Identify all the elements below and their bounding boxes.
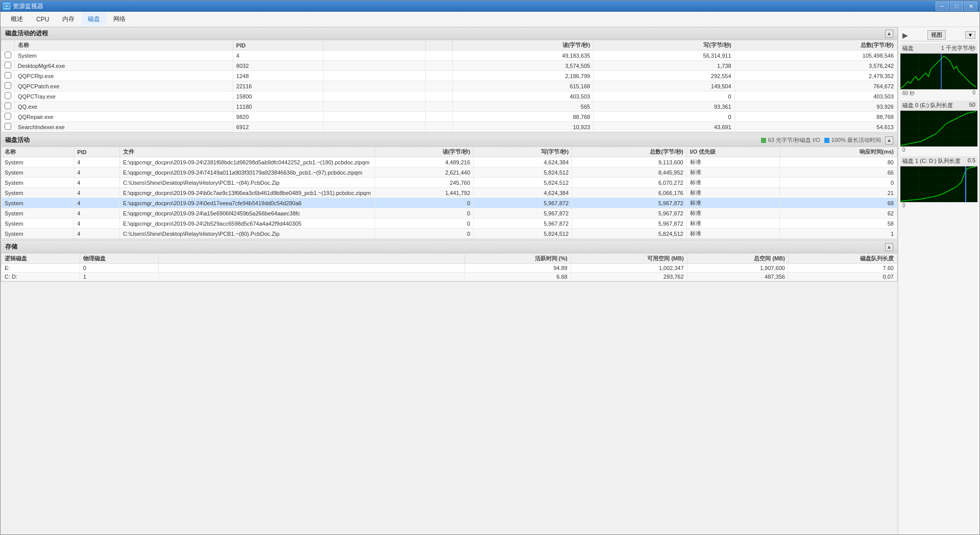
disk-e-zero: 0 (902, 147, 905, 153)
view-button[interactable]: 视图 (927, 30, 946, 40)
process-spacer (323, 122, 425, 132)
table-row[interactable]: System 4 E:\qqpcmgr_docpro\2019-09-24\b0… (2, 188, 897, 198)
activity-pid: 4 (74, 178, 120, 188)
menu-network[interactable]: 网络 (107, 13, 132, 26)
activity-response: 66 (780, 167, 897, 178)
col-logical: 逻辑磁盘 (2, 254, 80, 264)
process-spacer2 (425, 112, 452, 122)
activity-priority: 标准 (687, 167, 780, 178)
table-row[interactable]: System 4 49,183,635 56,314,911 105,498,5… (2, 51, 897, 61)
process-spacer2 (425, 71, 452, 81)
disk0-value: 1 千光字节/秒 (941, 44, 975, 52)
menu-disk[interactable]: 磁盘 (82, 13, 106, 26)
activity-file: E:\qqpcmgr_docpro\2019-09-24\0ed17eeea7c… (120, 198, 375, 208)
disk0-chart-section: 磁盘 1 千光字节/秒 (900, 43, 977, 98)
disk-processes-section: 磁盘活动的进程 ▲ 名称 PID 读(字节/秒) (1, 27, 898, 133)
process-pid: 9820 (233, 112, 323, 122)
process-checkbox[interactable] (5, 123, 11, 130)
process-write: 43,691 (594, 122, 734, 132)
table-row[interactable]: QQPCPatch.exe 22116 615,168 149,504 764,… (2, 81, 897, 91)
activity-response: 1 (780, 229, 897, 239)
process-read: 403,503 (452, 91, 593, 102)
table-row[interactable]: SearchIndexer.exe 6912 10,923 43,691 54,… (2, 122, 897, 132)
activity-priority: 标准 (687, 157, 780, 167)
table-row[interactable]: DesktopMgr64.exe 8032 3,574,505 1,738 3,… (2, 61, 897, 71)
disk-activity-toggle[interactable]: ▲ (885, 136, 893, 144)
activity-read: 1,441,792 (375, 188, 474, 198)
disk-e-value: 50 (969, 102, 975, 109)
process-name: QQRepair.exe (15, 112, 233, 122)
table-row[interactable]: System 4 C:\Users\Shine\Desktop\Relay\Hi… (2, 229, 897, 239)
process-pid: 4 (233, 51, 323, 61)
process-write: 0 (594, 112, 734, 122)
table-row[interactable]: System 4 E:\qqpcmgr_docpro\2019-09-24\2b… (2, 218, 897, 229)
table-row[interactable]: QQPCTray.exe 15800 403,503 0 403,503 (2, 91, 897, 102)
col-act-file: 文件 (120, 147, 375, 157)
maximize-button[interactable]: □ (950, 2, 963, 11)
activity-total: 5,967,872 (572, 218, 687, 229)
menu-cpu[interactable]: CPU (30, 14, 55, 25)
activity-total: 5,967,872 (572, 208, 687, 218)
activity-read: 245,760 (375, 178, 474, 188)
activity-total: 6,070,272 (572, 178, 687, 188)
process-checkbox[interactable] (5, 82, 11, 89)
col-write-header: 写(字节/秒) (594, 40, 734, 51)
menu-overview[interactable]: 概述 (5, 13, 29, 26)
activity-total: 6,066,176 (572, 188, 687, 198)
process-spacer (323, 112, 425, 122)
activity-read: 4,489,216 (375, 157, 474, 167)
storage-title: 存储 (5, 242, 17, 251)
activity-write: 4,624,384 (474, 157, 572, 167)
table-row[interactable]: C: D: 1 6.68 293,762 487,356 0.07 (2, 273, 897, 281)
disk-c-chart-section: 磁盘 1 (C: D:) 队列长度 0.5 (900, 156, 977, 209)
minimize-button[interactable]: ─ (936, 2, 949, 11)
process-checkbox[interactable] (5, 92, 11, 99)
process-checkbox[interactable] (5, 62, 11, 68)
table-row[interactable]: System 4 E:\qqpcmgr_docpro\2019-09-24\0e… (2, 198, 897, 208)
activity-read: 0 (375, 208, 474, 218)
process-read: 2,186,799 (452, 71, 593, 81)
table-row[interactable]: System 4 E:\qqpcmgr_docpro\2019-09-24\23… (2, 157, 897, 167)
process-write: 149,504 (594, 81, 734, 91)
table-row[interactable]: System 4 C:\Users\Shine\Desktop\Relay\Hi… (2, 178, 897, 188)
activity-name: System (2, 157, 74, 167)
activity-pid: 4 (74, 167, 120, 178)
table-row[interactable]: QQRepair.exe 9820 88,768 0 88,768 (2, 112, 897, 122)
process-pid: 6912 (233, 122, 323, 132)
view-dropdown[interactable]: ▼ (965, 31, 975, 39)
activity-response: 21 (780, 188, 897, 198)
table-row[interactable]: System 4 E:\qqpcmgr_docpro\2019-09-24\74… (2, 167, 897, 178)
col-checkbox (2, 40, 15, 51)
process-checkbox[interactable] (5, 103, 11, 109)
table-row[interactable]: QQPCRtp.exe 1248 2,186,799 292,554 2,479… (2, 71, 897, 81)
menu-memory[interactable]: 内存 (56, 13, 81, 26)
right-arrow-icon[interactable]: ▶ (902, 31, 908, 39)
activity-priority: 标准 (687, 208, 780, 218)
storage-free: 1,002,347 (571, 264, 687, 273)
disk-processes-toggle[interactable]: ▲ (885, 30, 893, 38)
process-spacer2 (425, 51, 452, 61)
table-row[interactable]: System 4 E:\qqpcmgr_docpro\2019-09-24\a1… (2, 208, 897, 218)
process-checkbox[interactable] (5, 113, 11, 119)
process-checkbox[interactable] (5, 72, 11, 79)
process-total: 93,926 (734, 102, 897, 112)
process-checkbox[interactable] (5, 52, 11, 58)
disk-activity-table: 名称 PID 文件 读(字节/秒) 写(字节/秒) 总数(字节/秒) I/O 优… (1, 147, 897, 239)
process-spacer2 (425, 102, 452, 112)
activity-priority: 标准 (687, 218, 780, 229)
process-name: System (15, 51, 233, 61)
table-row[interactable]: QQ.exe 11180 565 93,361 93,926 (2, 102, 897, 112)
col-free-space: 可用空间 (MB) (571, 254, 687, 264)
process-spacer2 (425, 91, 452, 102)
process-pid: 1248 (233, 71, 323, 81)
table-row[interactable]: E: 0 94.89 1,002,347 1,907,600 7.60 (2, 264, 897, 273)
activity-file: E:\qqpcmgr_docpro\2019-09-24\b0c7ae9c13f… (120, 188, 375, 198)
close-button[interactable]: ✕ (964, 2, 977, 11)
activity-response: 58 (780, 218, 897, 229)
col-act-name: 名称 (2, 147, 74, 157)
process-pid: 15800 (233, 91, 323, 102)
svg-rect-2 (5, 5, 9, 7)
storage-total: 487,356 (687, 273, 788, 281)
storage-toggle[interactable]: ▲ (885, 243, 893, 251)
storage-spacer (158, 264, 464, 273)
